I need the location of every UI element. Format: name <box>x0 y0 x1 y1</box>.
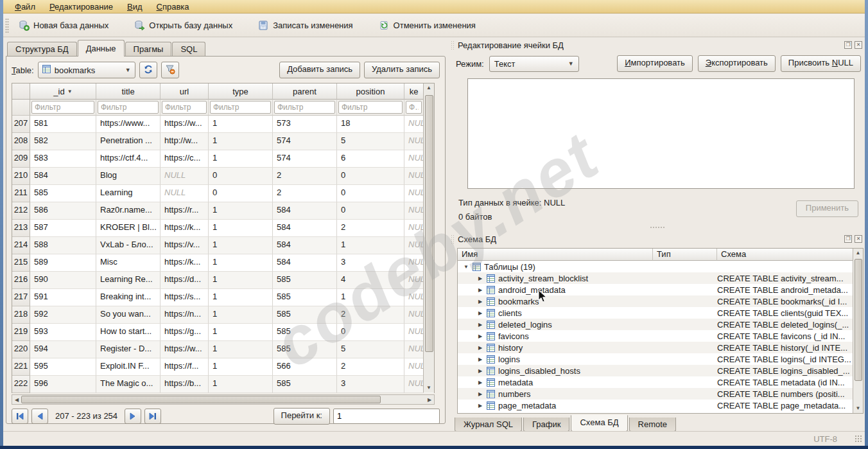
grid-cell[interactable]: 2 <box>337 220 404 237</box>
grid-cell[interactable]: VxLab - Бло... <box>96 237 161 254</box>
grid-cell[interactable]: 583 <box>30 150 96 168</box>
grid-cell[interactable]: NULL <box>404 133 424 150</box>
expand-icon[interactable]: ▶ <box>477 310 483 316</box>
revert-changes-button[interactable]: Отменить изменения <box>373 17 482 33</box>
set-null-button[interactable]: Присвоить NULL <box>781 55 861 72</box>
table-row[interactable]: 212586Raz0r.name...https://r...15840NULL <box>12 202 434 220</box>
grid-cell[interactable]: How to start... <box>96 324 161 341</box>
grid-cell[interactable]: https://g... <box>161 324 209 341</box>
grid-cell[interactable]: 584 <box>30 168 96 185</box>
prev-page-button[interactable] <box>31 409 48 424</box>
float-dock-icon[interactable]: ❐ <box>844 235 852 243</box>
grid-cell[interactable]: 594 <box>30 341 96 358</box>
grid-cell[interactable]: 0 <box>209 185 273 202</box>
tab-data[interactable]: Данные <box>78 40 125 57</box>
filter-input-url[interactable] <box>162 101 207 114</box>
grid-cell[interactable]: 573 <box>273 116 337 133</box>
grid-cell[interactable]: 1 <box>209 376 273 393</box>
table-row[interactable]: 214588VxLab - Бло...https://v...15841NUL… <box>12 237 434 254</box>
tab-sql[interactable]: SQL <box>172 42 205 57</box>
grid-cell[interactable]: 1 <box>209 254 273 272</box>
grid-cell[interactable]: 1 <box>209 237 273 254</box>
write-changes-button[interactable]: Записать изменения <box>252 17 358 33</box>
grid-cell[interactable]: 0 <box>209 168 273 185</box>
grid-cell[interactable]: https://v... <box>161 237 209 254</box>
tree-table-row[interactable]: ▶bookmarksCREATE TABLE bookmarks(_id I..… <box>458 295 863 307</box>
expand-icon[interactable]: ▶ <box>477 345 483 351</box>
scroll-left-icon[interactable]: ◀ <box>12 395 21 404</box>
expand-icon[interactable]: ▶ <box>477 322 483 328</box>
schema-column-type[interactable]: Тип <box>653 249 717 261</box>
grid-cell[interactable]: 585 <box>273 324 337 341</box>
grid-cell[interactable]: NULL <box>404 324 424 341</box>
grid-cell[interactable]: NULL <box>161 168 209 185</box>
column-header-url[interactable]: url <box>161 84 209 100</box>
filter-input-parent[interactable] <box>274 101 335 114</box>
grid-cell[interactable]: 590 <box>30 272 96 289</box>
grid-cell[interactable]: https://f... <box>161 358 209 376</box>
scroll-up-icon[interactable]: ▲ <box>853 249 863 258</box>
tab-pragmas[interactable]: Прагмы <box>125 42 172 57</box>
grid-cell[interactable]: Misc <box>96 254 161 272</box>
grid-cell[interactable]: Breaking int... <box>96 289 161 306</box>
float-dock-icon[interactable]: ❐ <box>844 41 852 49</box>
tree-table-row[interactable]: ▶android_metadataCREATE TABLE android_me… <box>458 284 863 295</box>
column-header-title[interactable]: title <box>96 84 161 100</box>
table-row[interactable]: 213587KROБER | Bl...https://k...15842NUL… <box>12 220 434 237</box>
grid-cell[interactable]: Learning Re... <box>96 272 161 289</box>
filter-input-position[interactable] <box>338 101 403 114</box>
clear-filters-button[interactable] <box>161 62 179 78</box>
grid-cell[interactable]: 1 <box>337 289 404 306</box>
tree-table-row[interactable]: ▶loginsCREATE TABLE logins(_id INTEG... <box>458 353 863 365</box>
tab-db-schema[interactable]: Схема БД <box>571 415 627 432</box>
expand-icon[interactable]: ▶ <box>477 380 483 385</box>
delete-record-button[interactable]: Удалить запись <box>364 62 440 78</box>
tree-table-row[interactable]: ▶clientsCREATE TABLE clients(guid TEX... <box>458 307 863 319</box>
grid-cell[interactable]: 584 <box>273 220 337 237</box>
table-row[interactable]: 221595Exploit.IN F...https://f...15662NU… <box>12 358 434 376</box>
grid-cell[interactable]: 1 <box>209 133 273 150</box>
tab-plot[interactable]: График <box>523 418 569 432</box>
grid-cell[interactable]: 1 <box>209 202 273 220</box>
grid-cell[interactable]: 1 <box>209 324 273 341</box>
column-header-position[interactable]: position <box>337 84 404 100</box>
grid-cell[interactable]: https://c... <box>161 150 209 168</box>
grid-cell[interactable]: http://w... <box>161 133 209 150</box>
grid-cell[interactable]: 6 <box>337 150 404 168</box>
grid-cell[interactable]: https://www... <box>96 116 161 133</box>
import-button[interactable]: Импортировать <box>617 55 693 72</box>
grid-cell[interactable]: The Magic o... <box>96 376 161 393</box>
menu-edit[interactable]: Редактирование <box>44 1 119 13</box>
grid-horizontal-scrollbar[interactable]: ◀ ▶ <box>12 394 435 405</box>
grid-cell[interactable]: 18 <box>337 116 404 133</box>
table-row[interactable]: 210584BlogNULL020NULL <box>12 168 434 185</box>
grid-cell[interactable]: 1 <box>209 272 273 289</box>
column-header-parent[interactable]: parent <box>273 84 337 100</box>
grid-cell[interactable]: 574 <box>273 150 337 168</box>
grid-cell[interactable]: https://s... <box>161 289 209 306</box>
export-button[interactable]: Экспортировать <box>698 55 776 72</box>
menu-file[interactable]: Файл <box>9 1 41 13</box>
grid-cell[interactable]: 595 <box>30 358 96 376</box>
grid-cell[interactable]: NULL <box>404 306 424 324</box>
add-record-button[interactable]: Добавить запись <box>279 62 360 78</box>
grid-cell[interactable]: https://k... <box>161 254 209 272</box>
grid-cell[interactable]: 584 <box>273 237 337 254</box>
mode-selector[interactable]: Текст ▼ <box>489 56 579 72</box>
menu-view[interactable]: Вид <box>121 1 148 13</box>
next-page-button[interactable] <box>125 409 141 424</box>
grid-cell[interactable]: 5 <box>337 133 404 150</box>
table-row[interactable]: 218592So you wan...https://n...15852NULL <box>12 306 434 324</box>
scroll-down-icon[interactable]: ▼ <box>853 404 863 413</box>
grid-cell[interactable]: NULL <box>404 272 424 289</box>
grid-cell[interactable]: 4 <box>337 272 404 289</box>
grid-cell[interactable]: So you wan... <box>96 306 161 324</box>
grid-cell[interactable]: 592 <box>30 306 96 324</box>
new-database-button[interactable]: Новая база данных <box>13 17 114 33</box>
tree-table-row[interactable]: ▶page_metadataCREATE TABLE page_metadata… <box>458 400 863 411</box>
table-row[interactable]: 222596The Magic o...https://b...15853NUL… <box>12 376 434 393</box>
grid-hscroll-thumb[interactable] <box>21 396 381 403</box>
resize-grip[interactable] <box>855 435 863 443</box>
grid-cell[interactable]: 2 <box>273 168 337 185</box>
filter-input-id[interactable] <box>31 101 94 114</box>
